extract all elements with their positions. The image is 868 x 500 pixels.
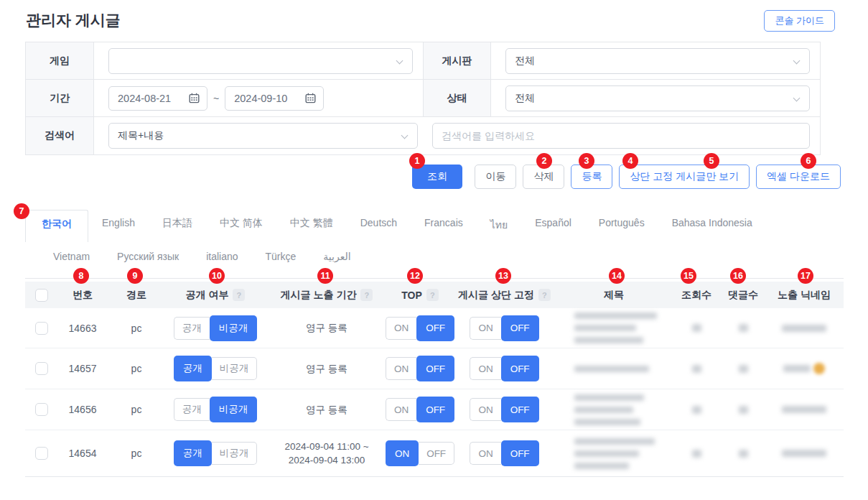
visibility-toggle: 공개 비공개: [174, 356, 258, 381]
move-button[interactable]: 이동: [475, 165, 516, 189]
help-icon[interactable]: ?: [360, 289, 373, 301]
select-all-checkbox[interactable]: [35, 289, 48, 302]
language-tabs-row-1: 한국어 English 日本語 中文 简体 中文 繁體 Deutsch Fran…: [25, 210, 844, 242]
board-field: 전체: [491, 42, 820, 79]
top-off-button[interactable]: OFF: [419, 442, 454, 465]
date-to-input[interactable]: 2024-09-10: [225, 86, 324, 111]
filter-form: 게임 게시판 전체 기간 2024-08-21: [25, 42, 821, 155]
tab-spanish[interactable]: Español: [521, 210, 585, 237]
top-off-button[interactable]: OFF: [416, 397, 454, 422]
help-icon[interactable]: ?: [538, 289, 551, 301]
pinned-on-button[interactable]: ON: [470, 442, 500, 465]
visibility-toggle: 공개 비공개: [174, 315, 258, 341]
post-path: pc: [108, 363, 165, 374]
filter-row-2: 기간 2024-08-21 ~ 2024-09-10 상태: [26, 80, 820, 117]
pinned-toggle: ON OFF: [470, 397, 538, 422]
row-checkbox[interactable]: [35, 362, 48, 375]
pinned-off-button[interactable]: OFF: [501, 315, 539, 341]
visibility-private-button[interactable]: 비공개: [210, 397, 258, 422]
visibility-public-button[interactable]: 공개: [174, 440, 212, 466]
tab-japanese[interactable]: 日本語: [149, 210, 206, 239]
date-from-input[interactable]: 2024-08-21: [108, 86, 207, 111]
top-on-button[interactable]: ON: [386, 398, 416, 421]
guide-badge-11: 11: [317, 268, 333, 284]
date-from-value: 2024-08-21: [118, 93, 171, 104]
tab-thai[interactable]: ไทย: [477, 210, 521, 241]
pinned-only-button[interactable]: 상단 고정 게시글만 보기: [619, 165, 750, 189]
tab-french[interactable]: Francais: [411, 210, 477, 237]
header-pinned: 게시글 상단 고정?: [452, 289, 556, 302]
chevron-down-icon: [793, 94, 801, 101]
keyword-type-value: 제목+내용: [118, 129, 164, 142]
keyword-input[interactable]: [432, 123, 810, 149]
pinned-off-button[interactable]: OFF: [501, 397, 539, 422]
guide-badge-8: 8: [73, 268, 89, 284]
tab-russian[interactable]: Русский язык: [103, 244, 192, 271]
post-period: 영구 등록: [306, 321, 347, 335]
tab-chinese-simplified[interactable]: 中文 简体: [206, 210, 276, 239]
row-checkbox[interactable]: [35, 447, 48, 460]
board-select[interactable]: 전체: [505, 48, 810, 74]
top-off-button[interactable]: OFF: [416, 315, 454, 341]
redacted-views: [671, 406, 722, 414]
row-checkbox[interactable]: [35, 403, 48, 416]
visibility-public-button[interactable]: 공개: [174, 398, 210, 421]
top-on-button[interactable]: ON: [386, 317, 416, 340]
tab-portuguese[interactable]: Português: [585, 210, 658, 237]
keyword-label: 검색어: [26, 117, 94, 154]
game-select[interactable]: [108, 48, 413, 74]
visibility-private-button[interactable]: 비공개: [210, 315, 258, 341]
header-period: 게시글 노출 기간?: [266, 289, 388, 302]
tab-indonesian[interactable]: Bahasa Indonesia: [658, 210, 766, 237]
visibility-public-button[interactable]: 공개: [174, 317, 210, 340]
action-button-group: 이동 삭제 등록 상단 고정 게시글만 보기 엑셀 다운로드: [475, 165, 841, 189]
help-icon[interactable]: ?: [426, 289, 439, 301]
tab-korean[interactable]: 한국어: [25, 210, 88, 242]
excel-download-button[interactable]: 엑셀 다운로드: [756, 165, 841, 189]
console-guide-button[interactable]: 콘솔 가이드: [764, 10, 835, 32]
visibility-private-button[interactable]: 비공개: [212, 442, 258, 465]
help-icon[interactable]: ?: [233, 289, 245, 301]
pinned-off-button[interactable]: OFF: [501, 440, 539, 466]
calendar-icon[interactable]: [305, 93, 316, 103]
top-toggle: ON OFF: [386, 440, 454, 466]
redacted-views: [671, 324, 722, 332]
status-select[interactable]: 전체: [505, 85, 810, 111]
top-on-button[interactable]: ON: [386, 440, 419, 466]
redacted-comments: [722, 406, 765, 414]
pinned-off-button[interactable]: OFF: [501, 356, 539, 381]
visibility-private-button[interactable]: 비공개: [212, 357, 258, 380]
table-row: 14657 pc 공개 비공개 영구 등록 ON OFF ON OFF: [25, 348, 844, 389]
post-period: 2024-09-04 11:00 ~ 2024-09-04 13:00: [284, 440, 368, 467]
pinned-on-button[interactable]: ON: [470, 398, 500, 421]
top-on-button[interactable]: ON: [386, 357, 416, 380]
tab-german[interactable]: Deutsch: [347, 210, 411, 237]
guide-badge-4: 4: [622, 153, 638, 169]
tab-vietnamese[interactable]: Vietnam: [39, 244, 103, 271]
header-top: TOP?: [388, 289, 452, 301]
top-off-button[interactable]: OFF: [416, 356, 454, 381]
filter-row-1: 게임 게시판 전체: [26, 42, 820, 80]
guide-badge-10: 10: [209, 268, 225, 284]
pinned-on-button[interactable]: ON: [470, 357, 500, 380]
status-field: 전체: [491, 80, 820, 116]
header-no: 번호: [57, 289, 108, 302]
row-checkbox[interactable]: [35, 322, 48, 335]
post-no: 14656: [57, 404, 108, 415]
register-button[interactable]: 등록: [571, 165, 612, 189]
keyword-type-select[interactable]: 제목+내용: [108, 123, 418, 149]
visibility-public-button[interactable]: 공개: [174, 356, 212, 381]
tab-english[interactable]: English: [88, 210, 149, 237]
tab-arabic[interactable]: العربية: [309, 244, 364, 271]
filter-row-3: 검색어 제목+내용: [26, 117, 820, 154]
date-to-value: 2024-09-10: [234, 93, 287, 104]
tab-chinese-traditional[interactable]: 中文 繁體: [276, 210, 347, 239]
tab-turkish[interactable]: Türkçe: [252, 244, 310, 271]
redacted-comments: [722, 324, 765, 332]
calendar-icon[interactable]: [189, 93, 200, 103]
redacted-views: [671, 365, 722, 373]
pinned-on-button[interactable]: ON: [470, 317, 500, 340]
guide-badge-15: 15: [681, 268, 696, 284]
tab-italian[interactable]: italiano: [192, 244, 251, 271]
post-path: pc: [108, 404, 165, 415]
